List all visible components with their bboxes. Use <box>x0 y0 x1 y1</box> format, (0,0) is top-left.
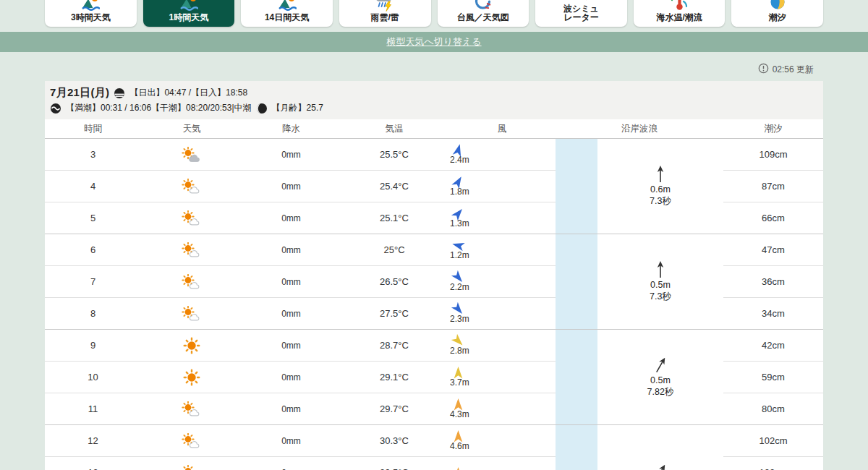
sun-cloud-icon <box>182 465 202 470</box>
weather-icon-cell <box>141 401 242 417</box>
forecast-card: 7月21日(月) 【日出】04:47 /【日入】18:58 【満潮】00:31 … <box>45 81 823 470</box>
temp-value: 26.5°C <box>340 276 448 287</box>
scene-icon <box>278 0 297 12</box>
temp-value: 29.7°C <box>340 403 448 414</box>
wind-arrow-icon <box>450 430 464 443</box>
temp-value: 25.4°C <box>340 181 448 192</box>
temp-value: 28.7°C <box>340 340 448 351</box>
wind-speed: 3.7m <box>450 377 469 388</box>
weather-icon-cell <box>141 210 242 226</box>
wind-arrow-icon <box>450 398 464 411</box>
precip-value: 0mm <box>242 309 340 319</box>
sun-times: 【日出】04:47 /【日入】18:58 <box>129 87 247 99</box>
precip-value: 0mm <box>242 213 340 223</box>
update-time-text: 02:56 更新 <box>773 64 814 76</box>
tab-raincloud-lightning[interactable]: 雨雲/雷 <box>339 0 431 27</box>
moon-age: 【月齢】25.7 <box>272 102 323 114</box>
temp-value: 25.5°C <box>340 149 448 160</box>
tab-label: 海水温/潮流 <box>656 13 702 22</box>
col-temp: 気温 <box>340 119 448 139</box>
typhoon-icon <box>474 0 493 12</box>
wind-arrow-icon <box>450 144 464 156</box>
precip-value: 0mm <box>242 372 340 383</box>
sun-cloud-icon <box>182 179 202 195</box>
hour-cell: 9 <box>45 340 141 351</box>
wave-height: 0.6m <box>650 184 671 196</box>
wind-cell: 1.2m <box>448 239 556 260</box>
wave-height: 0.5m <box>650 280 671 291</box>
tab-wave-simulator[interactable]: 波シミュ レーター <box>535 0 627 27</box>
tab-label: 3時間天気 <box>71 13 111 22</box>
wave-period: 7.3秒 <box>650 291 671 303</box>
col-weather: 天気 <box>141 119 242 139</box>
weather-icon-cell <box>141 433 242 449</box>
layout-switch-banner: 横型天気へ切り替える <box>0 32 868 52</box>
col-wind: 風 <box>448 119 556 139</box>
tide-value: 34cm <box>723 298 823 330</box>
sun-cloud-icon <box>182 242 202 258</box>
wind-cell: 4.3m <box>448 398 556 419</box>
tab-typhoon-weathermap[interactable]: 台風／天気図 <box>438 0 529 27</box>
wave-arrow-icon <box>655 463 666 470</box>
wind-speed: 4.3m <box>450 409 469 419</box>
wind-cell: 2.2m <box>448 271 556 292</box>
tab-label: 波シミュ レーター <box>563 4 599 22</box>
weather-icon-cell <box>141 274 242 290</box>
tab-label: 潮汐 <box>769 13 786 22</box>
precip-value: 0mm <box>242 245 340 255</box>
temp-value: 25.1°C <box>340 213 448 223</box>
wind-cell: 3.7m <box>448 367 556 388</box>
tide-value: 42cm <box>723 330 823 362</box>
table-row: 13 0mm 30.5°C <box>45 457 556 470</box>
tab-14day-weather[interactable]: 14日間天気 <box>241 0 333 27</box>
wind-cell: 4.6m <box>448 430 556 451</box>
wave-icon <box>50 103 61 114</box>
temp-value: 29.1°C <box>340 372 448 383</box>
wave-column: 0.6m 7.3秒 0.5m 7.3秒 0.5m 7.82秒 <box>556 139 723 470</box>
tab-1hour-weather[interactable]: 1時間天気 <box>143 0 235 27</box>
precip-value: 0mm <box>242 404 340 414</box>
wave-group-cell: 0.5m 7.82秒 <box>556 330 723 425</box>
hour-cell: 13 <box>45 467 141 470</box>
wind-cell: 1.3m <box>448 208 556 228</box>
hour-cell: 6 <box>45 244 141 255</box>
wave-period: 7.82秒 <box>647 387 674 398</box>
wave-period: 7.3秒 <box>650 196 671 208</box>
tab-3hour-weather[interactable]: 3時間天気 <box>45 0 137 27</box>
tide-value: 122cm <box>723 457 823 470</box>
table-row: 9 0mm 28.7°C 2.8m <box>45 330 556 362</box>
col-precip: 降水 <box>242 119 340 139</box>
tide-value: 80cm <box>723 393 823 425</box>
table-row: 12 0mm 30.3°C 4.6m <box>45 425 556 457</box>
col-hour: 時間 <box>45 119 141 139</box>
weather-icon-cell <box>141 242 242 258</box>
sea-temp-icon <box>670 0 689 12</box>
precip-value: 0mm <box>242 181 340 192</box>
table-header: 時間 天気 降水 気温 風 沿岸波浪 潮汐 <box>45 119 823 139</box>
wave-sim-icon <box>571 0 590 3</box>
switch-horizontal-weather-link[interactable]: 横型天気へ切り替える <box>386 35 481 48</box>
wave-group-cell: 0.5m 7.3秒 <box>556 234 723 330</box>
wave-arrow-icon <box>655 166 666 184</box>
wave-arrow-icon <box>655 356 666 375</box>
temp-value: 30.5°C <box>340 467 448 470</box>
tide-value: 102cm <box>723 425 823 457</box>
table-row: 11 0mm 29.7°C 4.3m <box>45 393 556 425</box>
precip-value: 0mm <box>242 436 340 446</box>
wave-group-cell <box>556 425 723 470</box>
wind-arrow-icon <box>450 467 464 470</box>
sunny-icon <box>183 369 200 386</box>
tide-value: 66cm <box>723 202 823 234</box>
tab-tide[interactable]: 潮汐 <box>731 0 823 27</box>
table-row: 7 0mm 26.5°C 2.2m <box>45 266 556 298</box>
tab-label: 雨雲/雷 <box>371 13 399 22</box>
scene-icon <box>179 0 198 12</box>
tide-times: 【満潮】00:31 / 16:06【干潮】08:20/20:53|中潮 <box>66 102 252 114</box>
col-tide: 潮汐 <box>723 119 823 139</box>
weather-nav-tabs: 3時間天気 1時間天気 14日間天気 雨雲/雷 台風／天気図 <box>45 0 823 27</box>
tide-value: 109cm <box>723 139 823 171</box>
precip-value: 0mm <box>242 277 340 287</box>
sun-cloud-icon <box>182 274 202 290</box>
hour-cell: 11 <box>45 403 141 414</box>
tab-seatemp-current[interactable]: 海水温/潮流 <box>634 0 726 27</box>
